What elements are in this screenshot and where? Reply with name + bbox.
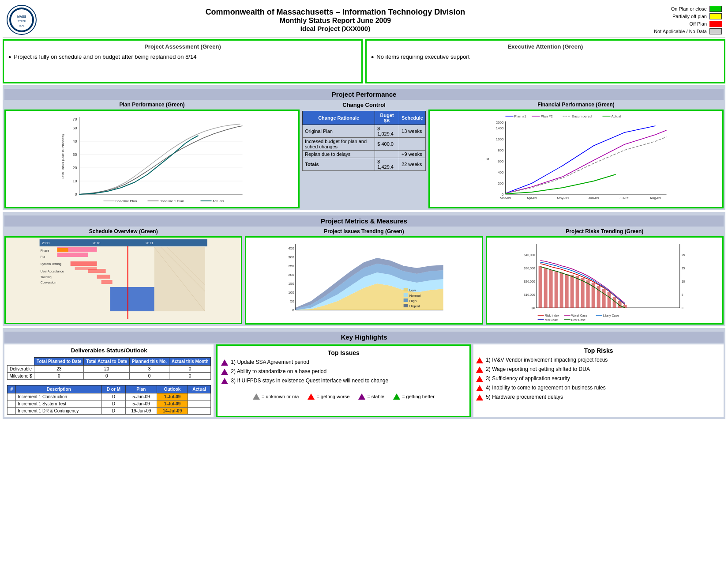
bullet-icon2: • (371, 53, 374, 61)
state-seal-icon: MASS STATE SEAL (6, 4, 37, 35)
deliv-row-deliverable: Deliverable 23 20 3 0 (8, 366, 211, 373)
cc-rationale-totals: Totals (303, 158, 375, 171)
title-line3: Ideal Project (XXX000) (37, 25, 634, 32)
sym-gray-icon (253, 393, 260, 400)
svg-text:$: $ (486, 158, 490, 160)
svg-text:70: 70 (72, 117, 77, 121)
issue-3-icon (221, 378, 228, 384)
detail-num-2 (8, 401, 16, 408)
project-assessment-body: Project is fully on schedule and on budg… (14, 53, 196, 60)
svg-text:1000: 1000 (496, 137, 504, 141)
svg-text:25: 25 (681, 253, 685, 257)
detail-col-num: # (8, 385, 16, 393)
svg-text:Baseline Plan: Baseline Plan (116, 199, 137, 203)
svg-text:1400: 1400 (496, 126, 504, 130)
plan-performance-chart: 0 10 20 30 40 60 70 (4, 110, 300, 208)
top-issues-panel: Top Issues 1) Update SSA Agreement perio… (216, 344, 471, 417)
risk-1-text: 1) IV&V Vendor involvement impacting pro… (486, 357, 608, 363)
financial-performance-panel: Financial Performance (Green) Plan #1 Pl… (428, 102, 724, 208)
deliv-col-plan-mo: Planned this Mo. (129, 358, 169, 366)
svg-text:MASS: MASS (17, 15, 26, 18)
cc-budget-1: $ 1,029.4 (375, 125, 399, 138)
cc-schedule-totals: 22 weeks (399, 158, 426, 171)
svg-rect-62 (71, 261, 97, 266)
svg-text:PIa: PIa (41, 255, 45, 258)
plan-performance-title: Plan Performance (Green) (4, 102, 300, 108)
deliverables-detail-table: # Description D or M Plan Outlook Actual… (7, 385, 211, 415)
svg-rect-60 (57, 248, 68, 252)
svg-text:60: 60 (72, 126, 77, 130)
svg-rect-124 (607, 292, 611, 308)
issue-2: 2) Ability to standardize on a base peri… (221, 368, 466, 375)
detail-row-2: Increment 1 System Test D 5-Jun-09 1-Jul… (8, 401, 211, 408)
detail-plan-2: 5-Jun-09 (125, 401, 157, 408)
legend-green: On Plan or close (671, 6, 722, 12)
title-line2: Monthly Status Report June 2009 (37, 17, 634, 25)
deliv-planmo-2: 0 (129, 373, 169, 380)
financial-performance-title: Financial Performance (Green) (428, 102, 724, 108)
deliv-actual-1: 20 (84, 366, 129, 373)
schedule-overview-title: Schedule Overview (Green) (4, 228, 242, 234)
cc-schedule-1: 13 weeks (399, 125, 426, 138)
change-control-table: Change Rationale Buget $K Schedule Origi… (302, 111, 426, 171)
svg-text:20: 20 (72, 166, 77, 170)
plan-performance-panel: Plan Performance (Green) 0 10 20 30 40 6… (4, 102, 300, 208)
risk-2-icon (476, 367, 483, 373)
performance-panels: Plan Performance (Green) 0 10 20 30 40 6… (4, 102, 724, 208)
deliv-planmo-1: 3 (129, 366, 169, 373)
cc-row-1: Original Plan $ 1,029.4 13 weeks (303, 125, 426, 138)
logo-area: MASS STATE SEAL (6, 4, 37, 35)
highlights-header: Key Highlights (4, 332, 724, 343)
svg-text:600: 600 (498, 159, 504, 163)
project-assessment-title: Project Assessment (Green) (7, 43, 359, 50)
svg-text:Jul-09: Jul-09 (620, 196, 630, 200)
deliv-row-milestone: Milestone $ 0 0 0 0 (8, 373, 211, 380)
svg-rect-116 (565, 274, 568, 308)
svg-text:Actuals: Actuals (213, 199, 224, 203)
issue-2-text: 2) Ability to standardize on a base peri… (231, 368, 326, 374)
svg-text:10: 10 (72, 179, 77, 183)
schedule-overview-panel: Schedule Overview (Green) 2009 2010 2011… (4, 228, 242, 325)
detail-col-desc: Description (16, 385, 102, 393)
svg-text:5: 5 (681, 293, 683, 296)
svg-rect-111 (538, 266, 542, 308)
svg-text:300: 300 (289, 255, 295, 259)
svg-text:System Testing: System Testing (41, 262, 61, 266)
plan-performance-svg: 0 10 20 30 40 60 70 (8, 113, 296, 205)
deliv-actualmo-1: 0 (169, 366, 210, 373)
cc-schedule-2 (399, 138, 426, 151)
legend-yellow-label: Partially off plan (672, 14, 707, 19)
svg-text:800: 800 (498, 148, 504, 152)
legend-gray-label: Not Applicable / No Data (654, 29, 707, 34)
cc-rationale-2: Incresed budget for plan and sched chang… (303, 138, 375, 151)
detail-col-actual: Actual (188, 385, 211, 393)
svg-text:Low: Low (409, 288, 416, 292)
sym-purple: = stable (358, 393, 384, 400)
svg-text:May-09: May-09 (557, 196, 569, 200)
svg-text:50: 50 (290, 299, 294, 303)
deliv-planned-1: 23 (34, 366, 84, 373)
deliv-col-actual-mo: Actual this Month (169, 358, 210, 366)
cc-row-totals: Totals $ 1,429.4 22 weeks (303, 158, 426, 171)
legend-red-box (709, 21, 722, 27)
cc-budget-3 (375, 151, 399, 158)
financial-performance-chart: Plan #1 Plan #2 Encumbered Actual 0 (428, 110, 724, 208)
title-line1: Commonwealth of Massachusetts – Informat… (37, 8, 634, 17)
risk-3: 3) Sufficiency of application security (476, 375, 721, 382)
cc-budget-totals: $ 1,429.4 (375, 158, 399, 171)
svg-text:400: 400 (498, 170, 504, 174)
page: MASS STATE SEAL Commonwealth of Massachu… (0, 0, 728, 563)
deliv-col-actual: Total Actual to Date (84, 358, 129, 366)
legend-yellow-box (709, 13, 722, 19)
svg-text:Aug-09: Aug-09 (650, 196, 661, 200)
risks-chart-area: $0 $10,000 $20,000 $30,000 $40,000 0 5 1… (486, 236, 724, 325)
sym-green-icon (393, 393, 400, 400)
svg-text:STATE: STATE (18, 20, 26, 23)
detail-dom-1: D (102, 393, 125, 401)
detail-num-1 (8, 393, 16, 401)
issue-2-icon (221, 369, 228, 375)
legend-red: Off Plan (689, 21, 722, 27)
detail-num-3 (8, 408, 16, 415)
svg-text:100: 100 (289, 291, 295, 295)
svg-text:Apr-09: Apr-09 (526, 196, 537, 200)
